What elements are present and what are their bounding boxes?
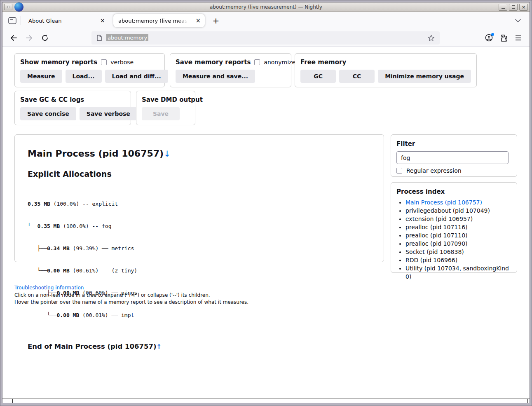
- filter-title: Filter: [396, 140, 415, 148]
- load-button[interactable]: Load...: [66, 70, 102, 83]
- firefox-view-button[interactable]: [6, 14, 19, 27]
- url-input[interactable]: about:memory: [106, 34, 148, 41]
- explicit-allocations-heading: Explicit Allocations: [28, 169, 371, 178]
- close-window-button[interactable]: ×: [519, 4, 528, 11]
- end-heading-text: End of Main Process (pid 106757): [28, 343, 156, 350]
- process-index-item: privilegedabout (pid 107049): [405, 207, 511, 215]
- tree-rest: (00.01%) ── impl: [79, 312, 134, 318]
- save-gc-cc-logs-panel: Save GC & CC logs Save concise Save verb…: [14, 91, 131, 125]
- cc-button[interactable]: CC: [339, 70, 375, 83]
- process-index-list: Main Process (pid 106757) privilegedabou…: [396, 198, 511, 281]
- save-concise-button[interactable]: Save concise: [20, 107, 76, 120]
- filter-panel: Filter Regular expression: [391, 134, 517, 177]
- tab-close-icon[interactable]: ×: [195, 18, 202, 24]
- bookmark-button[interactable]: [428, 35, 435, 41]
- forward-button[interactable]: [23, 32, 35, 44]
- minimize-icon: [502, 6, 505, 9]
- jump-to-end-link[interactable]: ↓: [164, 149, 171, 159]
- new-tab-button[interactable]: +: [210, 14, 222, 27]
- filter-input[interactable]: [396, 151, 509, 164]
- tree-node-2-tiny[interactable]: └──0.00 MB (00.61%) -- (2 tiny): [28, 267, 371, 275]
- star-icon: [428, 35, 435, 41]
- tree-prefix: └──: [28, 312, 56, 318]
- verbose-checkbox[interactable]: [101, 59, 107, 65]
- panel-title: Free memory: [300, 59, 346, 66]
- tree-node-explicit[interactable]: 0.35 MB (100.0%) -- explicit: [28, 200, 371, 208]
- app-menu-button[interactable]: [512, 32, 525, 44]
- tree-prefix: └──: [28, 268, 47, 274]
- back-icon: [10, 35, 17, 41]
- anonymize-checkbox[interactable]: [254, 59, 260, 65]
- regex-row: Regular expression: [396, 167, 511, 174]
- window-inner: about:memory (live measurement) — Nightl…: [2, 2, 530, 403]
- list-all-tabs-button[interactable]: [511, 14, 525, 27]
- jump-to-top-link[interactable]: ↑: [156, 343, 162, 350]
- process-index-item: extension (pid 106957): [405, 215, 511, 223]
- status-strip-right-segment: [527, 399, 530, 403]
- load-and-diff-button[interactable]: Load and diff...: [105, 70, 168, 83]
- tab-label: About Glean: [28, 18, 61, 24]
- tree-value: 0.00 MB: [56, 312, 79, 318]
- account-button[interactable]: [483, 32, 495, 44]
- help-line-hover: Hover the pointer over the name of a mem…: [14, 300, 248, 305]
- page-icon: [96, 35, 102, 41]
- gc-button[interactable]: GC: [300, 70, 336, 83]
- verbose-label: verbose: [110, 59, 134, 66]
- back-button[interactable]: [7, 32, 20, 44]
- tree-prefix: └──: [28, 223, 37, 229]
- save-dmd-output-panel: Save DMD output Save: [136, 91, 195, 125]
- chevron-down-icon: [515, 19, 521, 23]
- maximize-button[interactable]: [509, 4, 518, 11]
- reload-button[interactable]: [39, 32, 51, 44]
- measure-and-save-button[interactable]: Measure and save...: [176, 70, 255, 83]
- tree-prefix: ├──: [28, 245, 47, 251]
- save-verbose-button[interactable]: Save verbose: [80, 107, 137, 120]
- hamburger-menu-icon: [515, 35, 522, 41]
- navigation-bar: about:memory: [2, 29, 530, 47]
- panel-header: Show memory reports verbose: [20, 59, 159, 66]
- save-dmd-button: Save: [142, 107, 180, 120]
- button-row: Measure Load... Load and diff...: [20, 70, 159, 83]
- minimize-memory-usage-button[interactable]: Minimize memory usage: [378, 70, 471, 83]
- process-heading: Main Process (pid 106757)↓: [28, 148, 371, 159]
- tab-separator: [21, 16, 21, 25]
- status-strip: [2, 399, 530, 403]
- minimize-button[interactable]: [499, 4, 507, 11]
- measure-button[interactable]: Measure: [20, 70, 62, 83]
- process-index-panel: Process index Main Process (pid 106757) …: [391, 182, 517, 273]
- tree-rest: (00.61%) -- (2 tiny): [70, 268, 137, 274]
- tree-rest: (99.39%) ── metrics: [70, 245, 134, 251]
- footer-help: Troubleshooting information Click on a n…: [14, 283, 248, 305]
- tree-value: 0.35 MB: [37, 223, 60, 229]
- tree-node-fog[interactable]: └──0.35 MB (100.0%) -- fog: [28, 223, 371, 230]
- help-line-expand-collapse: Click on a non-leaf node in a tree to ex…: [14, 293, 248, 298]
- tree-value: 0.00 MB: [47, 268, 70, 274]
- tree-rest: (100.0%) -- fog: [60, 223, 111, 229]
- memory-report-section: Main Process (pid 106757)↓ Explicit Allo…: [14, 134, 384, 262]
- extensions-button[interactable]: [497, 32, 510, 44]
- regex-checkbox[interactable]: [396, 168, 402, 174]
- troubleshooting-link[interactable]: Troubleshooting information: [14, 285, 84, 291]
- panel-header: Save GC & CC logs: [20, 96, 125, 103]
- regex-label: Regular expression: [406, 167, 462, 174]
- maximize-icon: [512, 5, 515, 9]
- tab-about-glean[interactable]: About Glean ×: [23, 14, 110, 27]
- button-row: Save: [142, 107, 190, 120]
- panel-title: Save GC & CC logs: [20, 96, 84, 103]
- process-index-title: Process index: [396, 188, 445, 195]
- tab-about-memory[interactable]: about:memory (live measuremen ×: [113, 14, 205, 27]
- tab-close-icon[interactable]: ×: [99, 18, 106, 24]
- process-index-item: Main Process (pid 106757): [405, 198, 511, 207]
- tree-node-metrics: ├──0.34 MB (99.39%) ── metrics: [28, 245, 371, 252]
- end-of-process-heading: End of Main Process (pid 106757)↑: [28, 343, 371, 350]
- url-bar[interactable]: about:memory: [91, 31, 440, 45]
- panel-title: Save memory reports: [176, 59, 251, 66]
- status-strip-left-segment: [2, 399, 13, 403]
- main-process-link[interactable]: Main Process (pid 106757): [405, 199, 482, 206]
- process-index-item: prealloc (pid 107116): [405, 223, 511, 231]
- panel-title: Show memory reports: [20, 59, 97, 66]
- reload-icon: [41, 34, 49, 42]
- process-index-item: prealloc (pid 107110): [405, 231, 511, 239]
- process-index-item: prealloc (pid 107090): [405, 239, 511, 248]
- tab-bar: About Glean × about:memory (live measure…: [2, 12, 530, 29]
